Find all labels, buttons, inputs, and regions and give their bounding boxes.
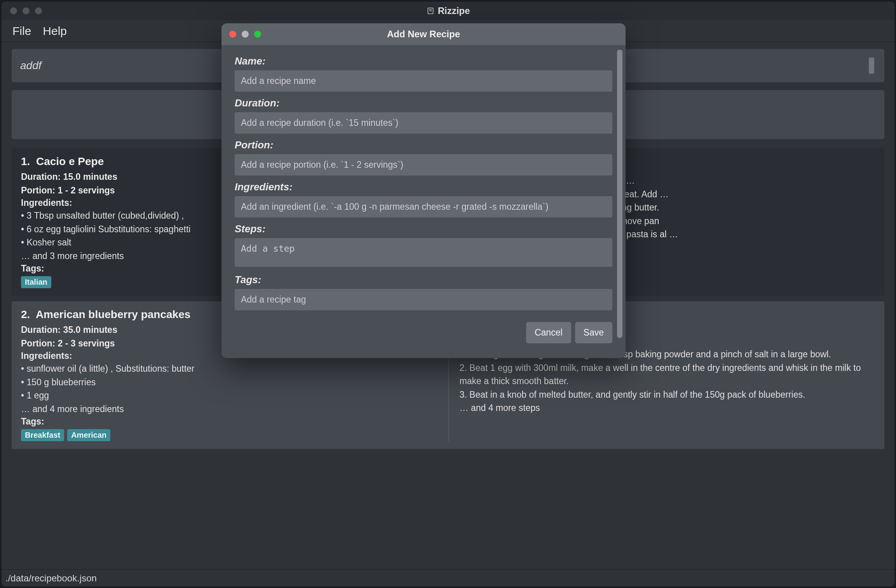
ingredients-input[interactable] — [235, 196, 612, 217]
name-label: Name: — [235, 55, 612, 67]
cancel-button[interactable]: Cancel — [526, 322, 571, 343]
maximize-icon[interactable] — [254, 31, 261, 38]
name-input[interactable] — [235, 70, 612, 92]
modal-body: Name: Duration: Portion: Ingredients: St… — [221, 45, 626, 314]
portion-label: Portion: — [235, 139, 612, 151]
ingredient-line: • 150 g blueberries — [21, 376, 437, 389]
save-button[interactable]: Save — [575, 322, 612, 343]
portion-input[interactable] — [235, 154, 612, 176]
tag-chip[interactable]: Italian — [21, 276, 51, 288]
app-icon — [426, 7, 435, 15]
tag-chip[interactable]: Breakfast — [21, 429, 64, 441]
statusbar: ./data/recipebook.json — [2, 569, 894, 586]
maximize-window-icon[interactable] — [35, 7, 42, 14]
menu-file[interactable]: File — [12, 24, 31, 38]
steps-input[interactable] — [235, 238, 612, 267]
window-title: Rizzipe — [426, 5, 470, 16]
tags-input[interactable] — [235, 289, 612, 310]
modal-title: Add New Recipe — [387, 29, 460, 40]
window-controls — [2, 7, 42, 14]
duration-input[interactable] — [235, 112, 612, 134]
status-path: ./data/recipebook.json — [5, 573, 97, 584]
tag-row: Breakfast American — [21, 429, 437, 441]
scrollbar-stub[interactable] — [869, 57, 874, 74]
modal-titlebar: Add New Recipe — [221, 23, 626, 45]
ingredient-line: • 1 egg — [21, 389, 437, 402]
step-line: 2. Beat 1 egg with 300ml milk, make a we… — [460, 361, 875, 388]
close-icon[interactable] — [229, 31, 236, 38]
scrollbar-thumb[interactable] — [617, 50, 622, 338]
step-more: … and 4 more steps — [460, 401, 875, 415]
steps-label: Steps: — [235, 223, 612, 235]
duration-label: Duration: — [235, 97, 612, 109]
tag-chip[interactable]: American — [67, 429, 110, 441]
tags-heading: Tags: — [21, 416, 437, 427]
modal-footer: Cancel Save — [221, 314, 626, 358]
modal-scrollbar[interactable] — [617, 50, 622, 338]
menu-help[interactable]: Help — [43, 24, 67, 38]
ingredient-line: • sunflower oil (a little) , Substitutio… — [21, 362, 437, 376]
tags-label: Tags: — [235, 274, 612, 286]
titlebar: Rizzipe — [2, 2, 894, 20]
minimize-window-icon[interactable] — [23, 7, 30, 14]
add-recipe-modal: Add New Recipe Name: Duration: Portion: … — [221, 23, 626, 358]
ingredients-label: Ingredients: — [235, 181, 612, 193]
close-window-icon[interactable] — [10, 7, 17, 14]
modal-window-controls — [221, 31, 261, 38]
minimize-icon[interactable] — [242, 31, 249, 38]
ingredient-more: … and 4 more ingredients — [21, 402, 437, 416]
step-line: 3. Beat in a knob of melted butter, and … — [460, 388, 875, 402]
